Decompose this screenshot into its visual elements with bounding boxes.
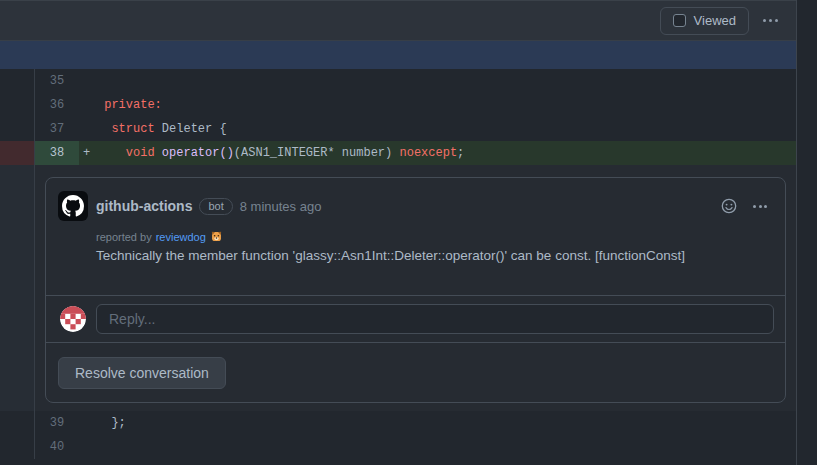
review-thread-row: github-actions bot 8 minutes ago — [0, 165, 796, 411]
code-keyword: private: — [104, 98, 162, 112]
comment: github-actions bot 8 minutes ago — [46, 178, 785, 295]
addition-sign: + — [83, 146, 97, 160]
octocat-icon — [62, 195, 84, 217]
reported-by-text: reported by — [96, 231, 152, 243]
old-pane-sliver — [0, 435, 35, 459]
diff-line-35: 35 — [0, 69, 796, 93]
comment-thread-box: github-actions bot 8 minutes ago — [45, 177, 786, 403]
file-options-kebab-icon[interactable] — [759, 13, 782, 28]
comment-options-kebab-icon[interactable] — [751, 203, 769, 210]
line-number[interactable]: 37 — [35, 117, 79, 141]
code-cell — [79, 435, 796, 459]
old-pane-sliver — [0, 411, 35, 435]
diff-line-38-added: 38 + void operator()(ASN1_INTEGER* numbe… — [0, 141, 796, 165]
diff-line-39: 39 }; — [0, 411, 796, 435]
add-reaction-smiley-icon[interactable] — [719, 196, 739, 216]
reply-section — [46, 295, 785, 342]
review-thread-container: github-actions bot 8 minutes ago — [35, 165, 796, 411]
reported-by-line: reported by reviewdog — [96, 230, 769, 243]
line-number[interactable]: 38 — [35, 141, 79, 165]
viewed-label: Viewed — [694, 13, 736, 28]
old-pane-sliver — [0, 117, 35, 141]
user-identicon-avatar — [60, 306, 86, 332]
code-cell: + void operator()(ASN1_INTEGER* number) … — [79, 141, 796, 165]
file-card: Viewed 35 36 private: 37 struct Deleter … — [0, 0, 797, 465]
diff-line-40: 40 — [0, 435, 796, 459]
bot-badge: bot — [199, 198, 232, 215]
hunk-header-row[interactable] — [0, 41, 796, 69]
github-pr-diff-view: Viewed 35 36 private: 37 struct Deleter … — [0, 0, 817, 465]
code-cell — [79, 69, 796, 93]
file-header-toolbar: Viewed — [0, 0, 796, 41]
code-cell: private: — [79, 93, 796, 117]
old-pane-sliver — [0, 93, 35, 117]
diff-line-37: 37 struct Deleter { — [0, 117, 796, 141]
comment-author-link[interactable]: github-actions — [96, 198, 192, 214]
old-pane-sliver — [0, 165, 35, 411]
line-number[interactable]: 40 — [35, 435, 79, 459]
old-pane-sliver — [0, 69, 35, 93]
code-keyword: void — [126, 146, 155, 160]
reviewdog-link[interactable]: reviewdog — [156, 231, 206, 243]
resolve-conversation-button[interactable]: Resolve conversation — [58, 357, 226, 389]
dog-emoji-icon — [210, 230, 223, 243]
resolve-section: Resolve conversation — [46, 342, 785, 402]
viewed-toggle-button[interactable]: Viewed — [660, 7, 749, 35]
code-function: operator() — [155, 146, 234, 160]
code-text: Deleter { — [155, 122, 227, 136]
code-text: (ASN1_INTEGER* number) — [234, 146, 400, 160]
reply-input[interactable] — [96, 304, 774, 334]
code-keyword: noexcept — [399, 146, 457, 160]
diff-line-36: 36 private: — [0, 93, 796, 117]
github-actions-avatar[interactable] — [58, 191, 88, 221]
comment-body: Technically the member function 'glassy:… — [96, 246, 769, 265]
comment-header: github-actions bot 8 minutes ago — [58, 191, 769, 221]
viewed-checkbox[interactable] — [673, 14, 686, 27]
code-cell: }; — [79, 411, 796, 435]
line-number[interactable]: 36 — [35, 93, 79, 117]
code-text: }; — [97, 416, 126, 430]
line-number[interactable]: 35 — [35, 69, 79, 93]
comment-timestamp-link[interactable]: 8 minutes ago — [240, 199, 322, 214]
code-cell: struct Deleter { — [79, 117, 796, 141]
code-keyword: struct — [111, 122, 154, 136]
old-pane-deletion-sliver — [0, 141, 35, 165]
code-text: ; — [457, 146, 464, 160]
line-number[interactable]: 39 — [35, 411, 79, 435]
